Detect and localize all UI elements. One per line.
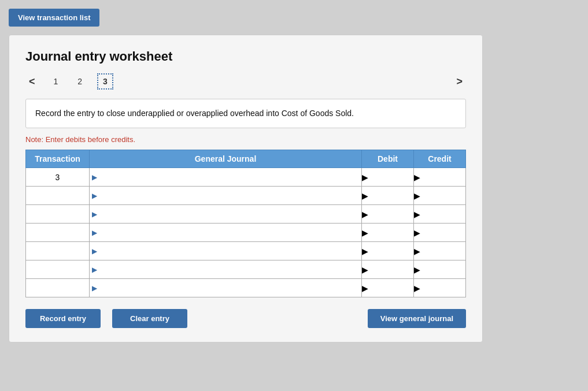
credit-input[interactable] [420,170,465,184]
credit-cell[interactable]: ▶ [414,260,466,279]
journal-table: Transaction General Journal Debit Credit… [25,150,466,297]
debit-input[interactable] [368,226,413,239]
journal-input[interactable] [99,281,361,295]
row-arrow-icon: ▶ [90,192,99,200]
page-1[interactable]: 1 [49,75,63,88]
credit-cell[interactable]: ▶ [414,279,466,297]
journal-input[interactable] [99,170,361,184]
row-arrow-icon: ▶ [90,284,99,292]
debit-cell[interactable]: ▶ [362,187,414,205]
debit-arrow-icon: ▶ [362,284,368,293]
record-entry-button[interactable]: Record entry [25,309,101,328]
credit-arrow-icon: ▶ [414,284,420,293]
row-arrow-icon: ▶ [90,266,99,274]
credit-arrow-icon: ▶ [414,210,420,219]
credit-cell[interactable]: ▶ [414,224,466,242]
row-arrow-icon: ▶ [90,210,99,218]
debit-arrow-icon: ▶ [362,265,368,274]
credit-input[interactable] [420,281,465,295]
clear-entry-button[interactable]: Clear entry [112,309,187,328]
view-transaction-list-button[interactable]: View transaction list [9,9,99,27]
credit-arrow-icon: ▶ [414,228,420,237]
journal-input[interactable] [99,189,361,202]
debit-input[interactable] [368,170,413,184]
debit-input[interactable] [368,281,413,295]
journal-cell[interactable]: ▶ [90,224,362,242]
credit-input[interactable] [420,189,465,202]
debit-cell[interactable]: ▶ [362,168,414,187]
journal-cell[interactable]: ▶ [90,187,362,205]
transaction-cell [26,224,90,242]
debit-arrow-icon: ▶ [362,173,368,182]
credit-cell[interactable]: ▶ [414,168,466,187]
col-header-general-journal: General Journal [90,150,362,168]
transaction-cell: 3 [26,168,90,187]
page-3[interactable]: 3 [97,73,113,90]
table-row: ▶▶▶ [26,260,466,279]
journal-cell[interactable]: ▶ [90,205,362,224]
debit-input[interactable] [368,207,413,221]
journal-cell[interactable]: ▶ [90,279,362,297]
credit-arrow-icon: ▶ [414,191,420,200]
transaction-cell [26,260,90,279]
note-text: Note: Enter debits before credits. [25,135,466,144]
instruction-box: Record the entry to close underapplied o… [25,99,466,128]
credit-arrow-icon: ▶ [414,265,420,274]
debit-arrow-icon: ▶ [362,228,368,237]
buttons-row: Record entry Clear entry View general jo… [25,309,466,328]
transaction-cell [26,242,90,260]
next-page-button[interactable]: > [453,75,466,89]
debit-cell[interactable]: ▶ [362,279,414,297]
journal-cell[interactable]: ▶ [90,168,362,187]
journal-cell[interactable]: ▶ [90,260,362,279]
row-arrow-icon: ▶ [90,229,99,237]
table-row: ▶▶▶ [26,187,466,205]
table-row: ▶▶▶ [26,279,466,297]
journal-input[interactable] [99,226,361,239]
transaction-cell [26,205,90,224]
col-header-credit: Credit [414,150,466,168]
row-arrow-icon: ▶ [90,247,99,255]
debit-cell[interactable]: ▶ [362,260,414,279]
debit-arrow-icon: ▶ [362,210,368,219]
debit-input[interactable] [368,244,413,258]
debit-cell[interactable]: ▶ [362,224,414,242]
debit-cell[interactable]: ▶ [362,242,414,260]
debit-cell[interactable]: ▶ [362,205,414,224]
transaction-cell [26,187,90,205]
credit-cell[interactable]: ▶ [414,187,466,205]
pagination: < 1 2 3 > [25,73,466,90]
debit-arrow-icon: ▶ [362,191,368,200]
table-row: ▶▶▶ [26,224,466,242]
debit-input[interactable] [368,263,413,276]
credit-cell[interactable]: ▶ [414,205,466,224]
credit-arrow-icon: ▶ [414,173,420,182]
debit-input[interactable] [368,189,413,202]
journal-entry-card: Journal entry worksheet < 1 2 3 > Record… [9,35,483,342]
journal-cell[interactable]: ▶ [90,242,362,260]
prev-page-button[interactable]: < [25,75,39,89]
debit-arrow-icon: ▶ [362,247,368,256]
row-arrow-icon: ▶ [90,173,99,181]
transaction-cell [26,279,90,297]
journal-input[interactable] [99,244,361,258]
credit-cell[interactable]: ▶ [414,242,466,260]
table-row: ▶▶▶ [26,242,466,260]
credit-input[interactable] [420,226,465,239]
credit-arrow-icon: ▶ [414,247,420,256]
col-header-debit: Debit [362,150,414,168]
credit-input[interactable] [420,207,465,221]
table-row: 3▶▶▶ [26,168,466,187]
col-header-transaction: Transaction [26,150,90,168]
credit-input[interactable] [420,244,465,258]
table-row: ▶▶▶ [26,205,466,224]
view-general-journal-button[interactable]: View general journal [368,309,466,328]
journal-input[interactable] [99,207,361,221]
journal-input[interactable] [99,263,361,276]
page-2[interactable]: 2 [73,75,87,88]
credit-input[interactable] [420,263,465,276]
card-title: Journal entry worksheet [25,49,466,64]
